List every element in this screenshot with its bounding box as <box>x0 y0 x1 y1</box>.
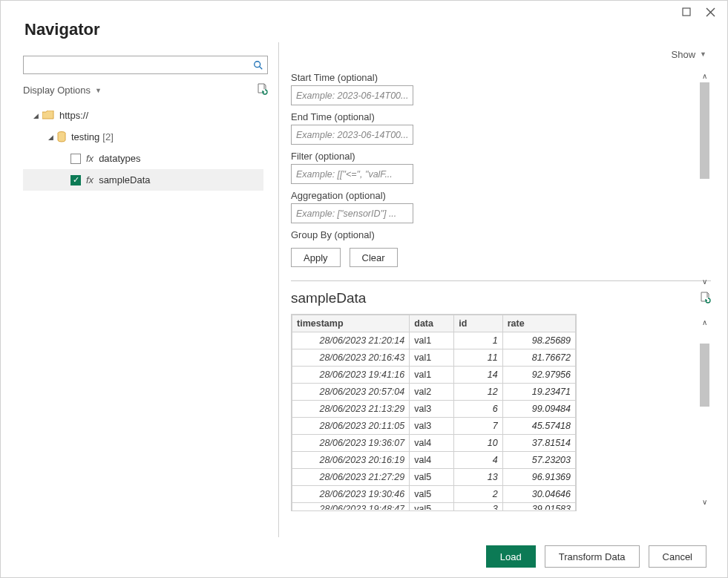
collapse-icon[interactable]: ◢ <box>48 134 57 141</box>
table-row[interactable]: 28/06/2023 20:11:05val3745.57418 <box>292 418 576 435</box>
apply-button[interactable]: Apply <box>291 248 341 267</box>
table-row[interactable]: 28/06/2023 20:16:43val11181.76672 <box>292 349 576 367</box>
cell-rate: 57.23203 <box>502 452 575 469</box>
table-header-row: timestamp data id rate <box>292 315 576 332</box>
cancel-button[interactable]: Cancel <box>649 545 706 568</box>
table-row[interactable]: 28/06/2023 19:36:07val41037.81514 <box>292 435 576 452</box>
tree-item-datatypes[interactable]: fx datatypes <box>23 148 263 169</box>
cell-rate: 45.57418 <box>502 418 575 435</box>
col-id[interactable]: id <box>454 315 502 332</box>
cell-timestamp: 28/06/2023 21:27:29 <box>292 469 410 486</box>
checkbox[interactable] <box>70 154 81 164</box>
svg-line-4 <box>260 66 263 69</box>
cell-id: 11 <box>454 349 502 367</box>
collapse-icon[interactable]: ◢ <box>33 112 42 119</box>
cell-id: 12 <box>454 384 502 401</box>
cell-rate: 99.09484 <box>502 401 575 418</box>
cell-id: 10 <box>454 435 502 452</box>
nav-tree: ◢ https:// ◢ testing [2] <box>23 105 263 191</box>
chevron-down-icon: ▼ <box>700 50 706 58</box>
divider <box>291 280 711 281</box>
cell-id: 4 <box>454 452 502 469</box>
svg-rect-0 <box>683 8 690 16</box>
tree-node-label: testing <box>71 131 99 142</box>
cell-data: val1 <box>410 349 454 367</box>
cell-data: val4 <box>410 435 454 452</box>
tree-node-label: datatypes <box>99 153 140 164</box>
tree-db-node[interactable]: ◢ testing [2] <box>23 126 263 148</box>
cell-rate: 96.91369 <box>502 469 575 486</box>
cell-timestamp: 28/06/2023 19:48:47 <box>292 503 410 510</box>
search-box[interactable] <box>23 56 268 74</box>
table-row[interactable]: 28/06/2023 20:57:04val21219.23471 <box>292 384 576 401</box>
scrollbar-params[interactable]: ∧ ∨ <box>698 69 711 288</box>
table-row[interactable]: 28/06/2023 20:16:19val4457.23203 <box>292 452 576 469</box>
load-button[interactable]: Load <box>486 545 536 568</box>
scroll-down-icon[interactable]: ∨ <box>702 275 707 288</box>
cell-data: val3 <box>410 401 454 418</box>
cell-data: val5 <box>410 469 454 486</box>
table-row[interactable]: 28/06/2023 19:30:46val5230.04646 <box>292 486 576 503</box>
table-row[interactable]: 28/06/2023 21:20:14val1198.25689 <box>292 332 576 349</box>
table-row[interactable]: 28/06/2023 21:13:29val3699.09484 <box>292 401 576 418</box>
scroll-up-icon[interactable]: ∧ <box>702 315 707 329</box>
cell-timestamp: 28/06/2023 21:13:29 <box>292 401 410 418</box>
transform-data-button[interactable]: Transform Data <box>545 545 640 568</box>
scroll-up-icon[interactable]: ∧ <box>702 69 707 82</box>
start-time-label: Start Time (optional) <box>291 72 711 83</box>
cell-timestamp: 28/06/2023 20:57:04 <box>292 384 410 401</box>
cell-id: 7 <box>454 418 502 435</box>
cell-data: val3 <box>410 418 454 435</box>
start-time-input[interactable]: Example: 2023-06-14T00... <box>291 85 413 105</box>
cell-rate: 37.81514 <box>502 435 575 452</box>
aggregation-label: Aggregation (optional) <box>291 190 711 201</box>
table-row[interactable]: 28/06/2023 21:27:29val51396.91369 <box>292 469 576 486</box>
cell-id: 14 <box>454 367 502 384</box>
filter-input[interactable]: Example: [["<=", "valF... <box>291 164 413 184</box>
scrollbar-table[interactable]: ∧ ∨ <box>698 315 711 508</box>
cell-id: 6 <box>454 401 502 418</box>
col-rate[interactable]: rate <box>502 315 575 332</box>
close-button[interactable] <box>704 5 717 19</box>
tree-root-node[interactable]: ◢ https:// <box>23 105 263 126</box>
table-row[interactable]: 28/06/2023 19:41:16val11492.97956 <box>292 367 576 384</box>
cell-rate: 92.97956 <box>502 367 575 384</box>
cell-rate: 30.04646 <box>502 486 575 503</box>
show-dropdown[interactable]: Show ▼ <box>672 49 706 60</box>
refresh-icon[interactable] <box>256 83 268 97</box>
cell-id: 13 <box>454 469 502 486</box>
display-options-dropdown[interactable]: Display Options ▼ <box>23 85 102 96</box>
display-options-label: Display Options <box>23 85 91 96</box>
cell-rate: 19.23471 <box>502 384 575 401</box>
tree-node-label: https:// <box>59 110 88 121</box>
navigator-dialog: Navigator Display Options ▼ <box>0 0 728 578</box>
end-time-label: End Time (optional) <box>291 111 711 122</box>
preview-table: timestamp data id rate 28/06/2023 21:20:… <box>291 314 577 511</box>
col-data[interactable]: data <box>410 315 454 332</box>
search-input[interactable] <box>24 56 249 73</box>
col-timestamp[interactable]: timestamp <box>292 315 410 332</box>
cell-id: 1 <box>454 332 502 349</box>
table-row[interactable]: 28/06/2023 19:48:47val5339.01583 <box>292 503 576 510</box>
cell-data: val1 <box>410 367 454 384</box>
preview-title: sampleData <box>291 290 366 306</box>
cell-timestamp: 28/06/2023 21:20:14 <box>292 332 410 349</box>
clear-button[interactable]: Clear <box>350 248 398 267</box>
maximize-button[interactable] <box>680 5 693 19</box>
aggregation-input[interactable]: Example: ["sensorID"] ... <box>291 203 413 223</box>
tree-item-sampledata[interactable]: ✓ fx sampleData <box>23 169 263 191</box>
search-icon[interactable] <box>249 56 267 73</box>
tree-node-count: [2] <box>102 131 113 142</box>
titlebar <box>680 1 727 23</box>
tree-node-label: sampleData <box>99 174 150 185</box>
folder-icon <box>42 111 54 120</box>
cell-data: val2 <box>410 384 454 401</box>
left-panel: Display Options ▼ ◢ https:// ◢ <box>23 42 279 537</box>
end-time-input[interactable]: Example: 2023-06-14T00... <box>291 125 413 145</box>
svg-point-3 <box>255 61 260 67</box>
checkbox-checked[interactable]: ✓ <box>70 175 81 185</box>
scroll-down-icon[interactable]: ∨ <box>702 495 707 508</box>
filter-label: Filter (optional) <box>291 151 711 162</box>
cell-rate: 81.76672 <box>502 349 575 367</box>
refresh-preview-icon[interactable] <box>699 292 711 306</box>
